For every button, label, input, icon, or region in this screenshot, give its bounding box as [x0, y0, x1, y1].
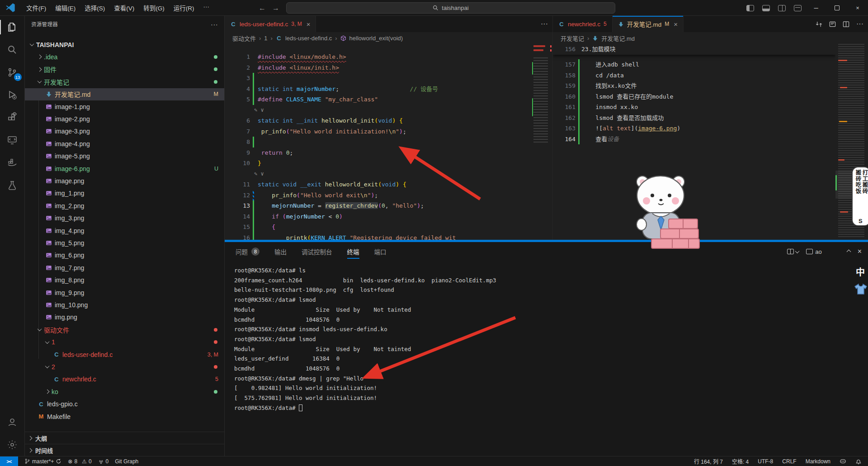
customize-layout-icon[interactable]	[794, 5, 802, 11]
file-image-6.png[interactable]: image-6.pngU	[25, 162, 224, 175]
file-img_8.png[interactable]: img_8.png	[25, 274, 224, 286]
git-graph-status[interactable]: Git Graph	[115, 458, 138, 465]
outline-section[interactable]: 大纲	[25, 432, 224, 444]
minimize-button[interactable]: ─	[806, 0, 826, 16]
toggle-panel-icon[interactable]	[762, 5, 770, 11]
branch-status[interactable]: master*+	[24, 458, 61, 465]
menu-item[interactable]: 转到(G)	[139, 1, 169, 14]
toggle-secondary-sidebar-icon[interactable]	[778, 5, 786, 11]
folder-ko[interactable]: ko	[25, 385, 224, 398]
account-icon[interactable]	[0, 411, 25, 433]
folder-开发笔记[interactable]: 开发笔记	[25, 76, 224, 88]
remote-explorer-icon[interactable]	[0, 129, 25, 152]
language-mode[interactable]: Markdown	[806, 458, 830, 465]
notifications-bell-icon[interactable]	[855, 458, 862, 465]
menu-item[interactable]: 选择(S)	[80, 1, 109, 14]
tab-dev-notes[interactable]: 开发笔记.md M ×	[613, 16, 684, 32]
command-center-search[interactable]: taishanpai	[286, 2, 615, 14]
minimap-left[interactable]	[532, 44, 552, 240]
panel-tab-终端[interactable]: 终端	[347, 242, 359, 261]
breadcrumb-left[interactable]: 驱动文件› 1› C leds-user-defind.c› helloworl…	[225, 32, 552, 44]
explorer-more-actions-icon[interactable]: ···	[211, 20, 218, 28]
cursor-position[interactable]: 行 164, 列 7	[694, 457, 723, 465]
file-img_4.png[interactable]: img_4.png	[25, 224, 224, 237]
file-leds-user-defind.c[interactable]: Cleds-user-defind.c3, M	[25, 348, 224, 361]
folder-.idea[interactable]: .idea	[25, 51, 224, 63]
eol[interactable]: CRLF	[782, 458, 796, 465]
indentation[interactable]: 空格: 4	[732, 457, 749, 465]
breadcrumb-right[interactable]: 开发笔记› 开发笔记.md	[553, 32, 868, 44]
file-img.png[interactable]: img.png	[25, 311, 224, 323]
menu-item[interactable]: 运行(R)	[169, 1, 199, 14]
tab-close-icon[interactable]: ×	[674, 20, 678, 28]
split-terminal-icon[interactable]	[787, 249, 799, 254]
editor-more-actions-icon[interactable]: ···	[541, 20, 548, 28]
inline-suggestion-widget[interactable]: ✎ ∨	[254, 105, 264, 116]
file-image-4.png[interactable]: image-4.png	[25, 138, 224, 150]
menu-item[interactable]: 编辑(E)	[51, 1, 80, 14]
file-img_6.png[interactable]: img_6.png	[25, 249, 224, 262]
testing-icon[interactable]	[0, 174, 25, 197]
file-newchrled.c[interactable]: Cnewchrled.c5	[25, 373, 224, 385]
search-sidebar-icon[interactable]	[0, 38, 25, 61]
run-debug-icon[interactable]	[0, 84, 25, 106]
terminal-instance[interactable]: ao	[806, 248, 821, 255]
panel-tab-调试控制台[interactable]: 调试控制台	[302, 242, 332, 261]
file-开发笔记.md[interactable]: 开发笔记.mdM	[25, 88, 224, 100]
file-image-5.png[interactable]: image-5.png	[25, 150, 224, 162]
file-image-3.png[interactable]: image-3.png	[25, 125, 224, 138]
file-img_10.png[interactable]: img_10.png	[25, 299, 224, 311]
file-image-1.png[interactable]: image-1.png	[25, 100, 224, 113]
file-leds-gpio.c[interactable]: Cleds-gpio.c	[25, 398, 224, 410]
file-Makefile[interactable]: MMakefile	[25, 410, 224, 423]
copilot-icon[interactable]	[840, 458, 846, 465]
remote-indicator[interactable]: ><	[0, 456, 18, 466]
close-panel-icon[interactable]: ×	[858, 247, 862, 256]
maximize-panel-icon[interactable]	[846, 249, 851, 254]
maximize-button[interactable]	[826, 0, 847, 16]
split-editor-icon[interactable]	[843, 21, 849, 28]
folder-TAISHANPAI[interactable]: TAISHANPAI	[25, 38, 224, 51]
folder-1[interactable]: 1	[25, 336, 224, 348]
source-control-icon[interactable]: 13	[0, 61, 25, 84]
timeline-section[interactable]: 时间线	[25, 444, 224, 456]
inline-suggestion-widget[interactable]: ✎ ∨	[254, 169, 264, 180]
editor-more-actions-icon[interactable]: ···	[856, 20, 863, 28]
menu-item[interactable]: ···	[199, 1, 214, 14]
ports-status[interactable]: 0	[98, 458, 109, 465]
panel-tab-端口[interactable]: 端口	[374, 242, 387, 261]
docker-icon[interactable]	[0, 152, 25, 174]
code-editor-left[interactable]: 1#include <linux/module.h>2#include <lin…	[225, 44, 532, 240]
menu-item[interactable]: 查看(V)	[109, 1, 139, 14]
open-preview-icon[interactable]	[829, 21, 836, 28]
back-icon[interactable]: ←	[259, 4, 266, 12]
close-button[interactable]: ×	[847, 0, 868, 16]
markdown-editor[interactable]: 157 进入adb shell158 cd /data159 找到xx.ko文件…	[553, 44, 835, 240]
folder-2[interactable]: 2	[25, 361, 224, 373]
tab-leds-user-defind[interactable]: C leds-user-defind.c 3, M ×	[225, 16, 316, 32]
panel-tab-问题[interactable]: 问题8	[236, 242, 259, 261]
forward-icon[interactable]: →	[272, 4, 279, 12]
tab-close-icon[interactable]: ×	[307, 20, 311, 28]
problems-status[interactable]: ⊗8 ⚠0	[68, 458, 91, 465]
encoding[interactable]: UTF-8	[758, 458, 773, 465]
extensions-icon[interactable]	[0, 106, 25, 129]
file-img_3.png[interactable]: img_3.png	[25, 212, 224, 224]
file-image-2.png[interactable]: image-2.png	[25, 113, 224, 125]
folder-驱动文件[interactable]: 驱动文件	[25, 323, 224, 336]
menu-item[interactable]: 文件(F)	[22, 1, 51, 14]
open-changes-icon[interactable]	[816, 21, 822, 28]
sticky-scroll-line[interactable]: 15623.加载模块	[553, 44, 835, 55]
file-img_2.png[interactable]: img_2.png	[25, 200, 224, 212]
explorer-icon[interactable]	[0, 16, 25, 38]
tab-newchrled[interactable]: C newchrled.c 5	[553, 16, 613, 32]
toggle-primary-sidebar-icon[interactable]	[746, 5, 754, 11]
file-img_7.png[interactable]: img_7.png	[25, 262, 224, 274]
file-img_9.png[interactable]: img_9.png	[25, 286, 224, 299]
panel-tab-输出[interactable]: 输出	[274, 242, 287, 261]
settings-gear-icon[interactable]	[0, 433, 25, 456]
terminal-output[interactable]: root@RK356X:/data# ls200frames_count.h26…	[234, 266, 863, 456]
panel-resize-sash[interactable]	[225, 240, 868, 242]
folder-固件[interactable]: 固件	[25, 63, 224, 76]
file-image.png[interactable]: image.png	[25, 175, 224, 187]
